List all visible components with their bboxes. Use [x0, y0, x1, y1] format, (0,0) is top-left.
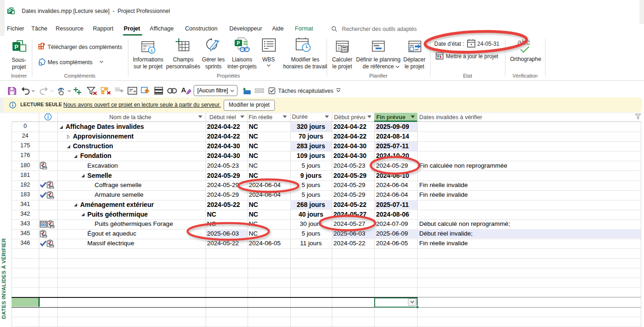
svg-text:P: P	[237, 40, 240, 46]
svg-text:i: i	[151, 48, 152, 53]
svg-text:P: P	[8, 9, 12, 14]
svg-text:P: P	[14, 43, 18, 50]
svg-text:?: ?	[146, 90, 148, 93]
